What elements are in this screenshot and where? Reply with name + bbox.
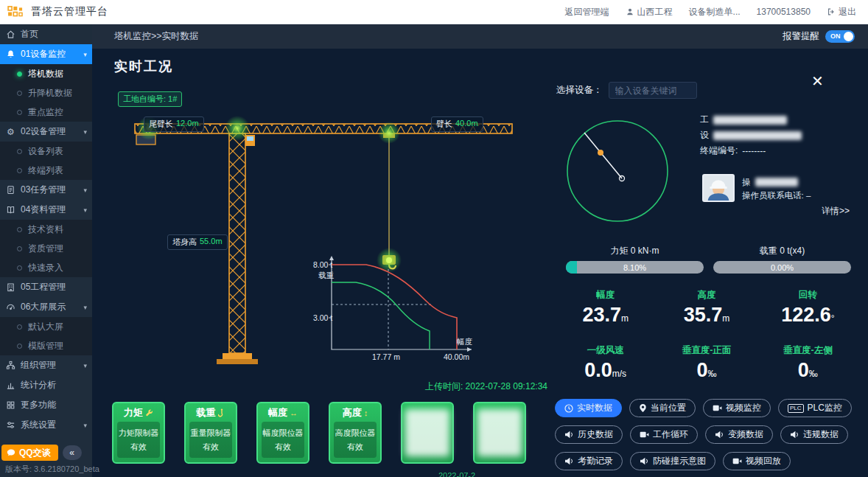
chevron-down-icon: ▾ (83, 422, 87, 429)
operator-avatar (702, 174, 735, 202)
plc-monitor-button[interactable]: PLCPLC监控 (778, 399, 852, 417)
details-link[interactable]: 详情>> (822, 205, 850, 217)
sidebar-item-key-monitor[interactable]: 重点监控 (0, 102, 92, 122)
device-search-input[interactable] (609, 82, 697, 99)
dashboard-icon (5, 302, 16, 312)
speaker-icon (564, 457, 574, 465)
sidebar-item-task-manage[interactable]: 03任务管理 ▾ (0, 180, 92, 200)
redacted-text (755, 178, 798, 187)
user-icon (626, 7, 634, 16)
sidebar-item-tower-data[interactable]: 塔机数据 (0, 64, 92, 83)
sidebar-item-terminal-list[interactable]: 终端列表 (0, 161, 92, 180)
sidebar-item-default-screen[interactable]: 默认大屏 (0, 317, 92, 336)
svg-text:8.00 t: 8.00 t (313, 260, 332, 269)
video-camera-icon (640, 431, 649, 439)
video-camera-icon (713, 404, 722, 412)
version-label: 版本号: 3.6.2180720_beta (5, 464, 99, 475)
video-playback-button[interactable]: 视频回放 (723, 452, 791, 470)
bell-icon (5, 49, 16, 59)
logout-button[interactable]: 退出 (827, 6, 856, 18)
stat-verticality-front: 垂直度-正面 0‰ (656, 344, 757, 382)
svg-text:载重: 载重 (318, 271, 335, 279)
inverter-data-button[interactable]: 变频数据 (705, 425, 773, 444)
alarm-reminder: 报警提醒 ON (783, 30, 855, 43)
torque-progress-bar: 8.10% (566, 261, 704, 274)
collapse-sidebar-button[interactable]: « (63, 445, 82, 460)
limiter-status-row: 力矩 力矩限制器有效 载重 重量限制器有效 幅度 ↔ 幅度限位器有效 高度 ↕ … (112, 402, 526, 464)
video-camera-icon (732, 457, 742, 465)
gear-icon: ⚙ (5, 127, 16, 137)
logout-icon (827, 7, 836, 16)
sidebar-item-device-monitor[interactable]: 01设备监控 ▾ (0, 44, 92, 64)
sidebar-item-home[interactable]: 首页 (0, 24, 92, 44)
panel-button-grid: 实时数据 当前位置 视频监控 PLCPLC监控 历史数据 工作循环 (555, 399, 864, 470)
sidebar-item-template-manage[interactable]: 模版管理 (0, 336, 92, 355)
phone-number: 13700513850 (757, 7, 811, 17)
wrench-icon (145, 409, 153, 417)
attendance-record-button[interactable]: 考勤记录 (555, 452, 623, 470)
sidebar-item-more-functions[interactable]: 更多功能 (0, 395, 92, 415)
redacted-text (713, 131, 802, 140)
upload-time-fragment: 2022-07-2 (438, 471, 475, 477)
sidebar-item-document-manage[interactable]: 04资料管理 ▾ (0, 200, 92, 220)
speaker-icon (790, 431, 799, 439)
sidebar-item-quick-entry[interactable]: 快速录入 (0, 258, 92, 277)
close-panel-button[interactable]: ✕ (811, 72, 824, 90)
work-cycle-button[interactable]: 工作循环 (630, 425, 698, 444)
device-info-line: 设 (700, 128, 858, 143)
dot-icon (17, 168, 22, 173)
alarm-label: 报警提醒 (783, 30, 819, 43)
sidebar-item-statistics[interactable]: 统计分析 (0, 375, 92, 395)
telemetry-stats: 幅度 23.7m 高度 35.7m 回转 122.6° 一级风速 0.0m/s … (555, 289, 858, 382)
violation-data-button[interactable]: 违规数据 (780, 425, 848, 444)
submenu-document-manage: 技术资料 资质管理 快速录入 (0, 220, 92, 277)
dot-icon (17, 149, 22, 154)
topbar-links: 返回管理端 山西工程 设备制造单... 13700513850 退出 (565, 6, 856, 18)
app-title: 晋塔云管理平台 (31, 5, 108, 18)
history-data-button[interactable]: 历史数据 (555, 425, 623, 444)
stat-radius: 幅度 23.7m (555, 289, 656, 327)
submenu-device-manage: 设备列表 终端列表 (0, 142, 92, 180)
sidebar-item-org-manage[interactable]: 组织管理 ▾ (0, 355, 92, 375)
current-user[interactable]: 山西工程 (626, 6, 673, 18)
sidebar-item-device-list[interactable]: 设备列表 (0, 142, 92, 161)
sidebar-item-tech-docs[interactable]: 技术资料 (0, 220, 92, 239)
status-box-redacted-1 (401, 402, 454, 464)
chevron-down-icon: ▾ (83, 51, 87, 58)
dot-icon (17, 265, 22, 271)
sidebar-item-device-manage[interactable]: ⚙ 02设备管理 ▾ (0, 122, 92, 142)
svg-text:3.00 t: 3.00 t (313, 313, 332, 322)
anti-collision-diagram-button[interactable]: 防碰撞示意图 (630, 452, 715, 470)
org-name[interactable]: 设备制造单... (689, 6, 741, 18)
page-title: 实时工况 (114, 58, 173, 75)
clipboard-icon (5, 185, 16, 195)
qq-chat-button[interactable]: QQ交谈 (1, 445, 58, 461)
stat-verticality-left: 垂直度-左侧 0‰ (757, 344, 858, 382)
plc-icon: PLC (788, 404, 804, 413)
slewing-gauge (562, 114, 673, 224)
breadcrumb: 塔机监控>>实时数据 (114, 30, 199, 43)
sidebar-item-system-settings[interactable]: 系统设置 ▾ (0, 415, 92, 435)
device-select-label: 选择设备： (556, 84, 603, 97)
video-monitor-button[interactable]: 视频监控 (703, 399, 771, 417)
operator-row: 操 操作员联系电话: – (702, 174, 811, 202)
chevron-down-icon: ▾ (83, 362, 87, 369)
speaker-icon (715, 431, 724, 439)
sidebar-item-project-manage[interactable]: 05工程管理 (0, 277, 92, 297)
dot-icon (17, 110, 22, 115)
current-location-button[interactable]: 当前位置 (629, 399, 696, 417)
back-to-admin-link[interactable]: 返回管理端 (565, 6, 609, 18)
site-number-tag: 工地自编号: 1# (118, 91, 182, 107)
svg-text:幅度: 幅度 (457, 337, 473, 346)
device-info-line: 工 (700, 112, 858, 128)
sidebar-item-hoist-data[interactable]: 升降机数据 (0, 83, 92, 102)
sidebar-item-big-screen[interactable]: 06大屏展示 ▾ (0, 297, 92, 317)
realtime-data-button[interactable]: 实时数据 (555, 399, 622, 417)
jib-length-label: 臂长40.0m (431, 116, 483, 132)
load-moment-curve-chart: 8.00 t 载重 3.00 t 17.77 m 40.00m 幅度 (313, 250, 479, 366)
sitemap-icon (5, 361, 16, 370)
alarm-toggle[interactable]: ON (825, 30, 855, 43)
vertical-arrows-icon: ↕ (364, 408, 368, 417)
sidebar-item-qualification[interactable]: 资质管理 (0, 239, 92, 258)
location-pin-icon (639, 403, 647, 413)
